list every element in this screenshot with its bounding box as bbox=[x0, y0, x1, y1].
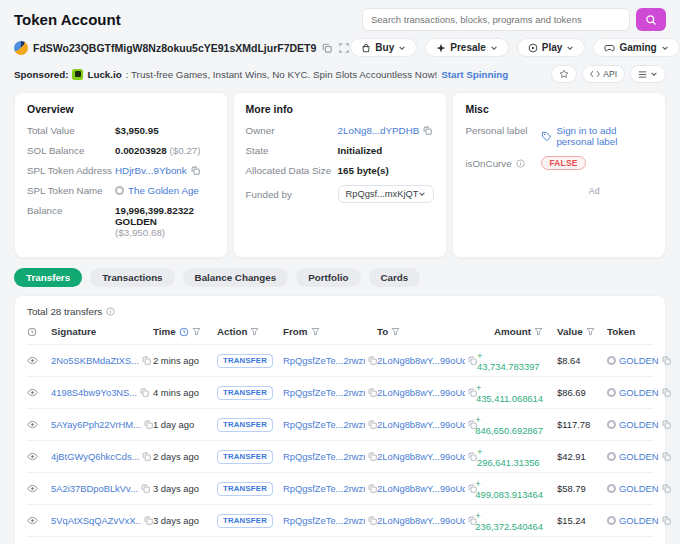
copy-icon[interactable] bbox=[368, 388, 377, 397]
copy-icon[interactable] bbox=[141, 484, 150, 493]
signature-link[interactable]: 5VqAtXSqQAZvVxX... bbox=[51, 515, 141, 526]
copy-icon[interactable] bbox=[368, 516, 377, 525]
from-link[interactable]: RpQgsfZeTe...2rwzmxKjQT bbox=[283, 387, 365, 398]
spl-token-address-link[interactable]: HDjrBv...9Ybonk bbox=[115, 165, 187, 176]
filter-icon[interactable] bbox=[311, 327, 320, 336]
owner-link[interactable]: 2LoNg8...dYPDHB bbox=[338, 125, 420, 136]
copy-icon[interactable] bbox=[662, 452, 671, 461]
search-bar bbox=[362, 8, 666, 31]
play-button[interactable]: Play bbox=[517, 38, 586, 57]
copy-icon[interactable] bbox=[423, 126, 432, 135]
filter-icon[interactable] bbox=[391, 327, 400, 336]
favorite-button[interactable] bbox=[551, 65, 577, 83]
preview-eye-button[interactable] bbox=[27, 355, 51, 366]
sponsored-label: Sponsored: bbox=[14, 69, 68, 80]
copy-icon[interactable] bbox=[662, 356, 671, 365]
copy-icon[interactable] bbox=[662, 388, 671, 397]
token-link[interactable]: GOLDEN bbox=[619, 483, 659, 494]
filter-icon[interactable] bbox=[586, 327, 595, 336]
isoncurve-label: isOnCurve bbox=[465, 158, 511, 169]
copy-icon[interactable] bbox=[662, 516, 671, 525]
copy-icon[interactable] bbox=[140, 388, 149, 397]
tab-balance-changes[interactable]: Balance Changes bbox=[183, 268, 289, 287]
copy-icon[interactable] bbox=[468, 356, 477, 365]
from-link[interactable]: RpQgsfZeTe...2rwzmxKjQT bbox=[283, 483, 365, 494]
to-link[interactable]: 2LoNg8b8wY...99oUdYPDHB bbox=[377, 515, 465, 526]
to-link[interactable]: 2LoNg8b8wY...99oUdYPDHB bbox=[377, 451, 465, 462]
copy-icon[interactable] bbox=[662, 420, 671, 429]
copy-icon[interactable] bbox=[662, 484, 671, 493]
buy-icon bbox=[361, 43, 371, 53]
token-coin-icon bbox=[607, 388, 616, 397]
token-link[interactable]: GOLDEN bbox=[619, 451, 659, 462]
token-coin-icon bbox=[607, 484, 616, 493]
tab-transactions[interactable]: Transactions bbox=[90, 268, 174, 287]
sign-in-link[interactable]: Sign in to add personal label bbox=[556, 125, 653, 147]
gaming-button[interactable]: Gaming bbox=[593, 38, 679, 57]
clock-icon[interactable] bbox=[179, 327, 189, 337]
search-input[interactable] bbox=[362, 8, 630, 31]
copy-address-button[interactable] bbox=[321, 43, 333, 53]
signature-link[interactable]: 4198S4bw9Yo3NS... bbox=[51, 387, 137, 398]
token-cell: GOLDEN bbox=[605, 483, 653, 494]
token-cell: GOLDEN bbox=[605, 387, 653, 398]
copy-icon[interactable] bbox=[144, 420, 153, 429]
buy-button[interactable]: Buy bbox=[350, 38, 417, 57]
token-link[interactable]: GOLDEN bbox=[619, 387, 659, 398]
signature-link[interactable]: 5AYay6Pph22VrHM... bbox=[51, 419, 141, 430]
funded-by-select[interactable]: RpQgsf...mxKjQT bbox=[338, 185, 435, 203]
preview-eye-button[interactable] bbox=[27, 515, 51, 526]
copy-icon[interactable] bbox=[368, 420, 377, 429]
search-button[interactable] bbox=[636, 8, 666, 31]
spl-token-name-link[interactable]: The Golden Age bbox=[128, 185, 199, 196]
qr-code-button[interactable] bbox=[338, 43, 350, 53]
filter-icon[interactable] bbox=[534, 327, 543, 336]
to-link[interactable]: 2LoNg8b8wY...99oUdYPDHB bbox=[377, 419, 465, 430]
from-link[interactable]: RpQgsfZeTe...2rwzmxKjQT bbox=[283, 355, 365, 366]
token-link[interactable]: GOLDEN bbox=[619, 355, 659, 366]
preview-eye-button[interactable] bbox=[27, 419, 51, 430]
copy-icon[interactable] bbox=[142, 356, 151, 365]
copy-icon[interactable] bbox=[144, 516, 153, 525]
token-link[interactable]: GOLDEN bbox=[619, 419, 659, 430]
signature-link[interactable]: 4jBtGWyQ6hkcCds... bbox=[51, 451, 139, 462]
copy-icon[interactable] bbox=[142, 452, 151, 461]
sol-balance-label: SOL Balance bbox=[27, 145, 115, 156]
from-cell: RpQgsfZeTe...2rwzmxKjQT bbox=[283, 451, 377, 462]
to-link[interactable]: 2LoNg8b8wY...99oUdYPDHB bbox=[377, 355, 465, 366]
preview-eye-button[interactable] bbox=[27, 451, 51, 462]
tab-transfers[interactable]: Transfers bbox=[14, 268, 82, 287]
token-link[interactable]: GOLDEN bbox=[619, 515, 659, 526]
signature-link[interactable]: 2No5SKBMdaZtXS... bbox=[51, 355, 139, 366]
preview-eye-button[interactable] bbox=[27, 483, 51, 494]
to-cell: 2LoNg8b8wY...99oUdYPDHB bbox=[377, 515, 477, 526]
copy-icon[interactable] bbox=[368, 484, 377, 493]
funded-by-value: RpQgsf...mxKjQT bbox=[346, 189, 419, 199]
to-link[interactable]: 2LoNg8b8wY...99oUdYPDHB bbox=[377, 483, 465, 494]
filter-icon[interactable] bbox=[250, 327, 259, 336]
presale-button[interactable]: Presale bbox=[425, 38, 509, 57]
from-link[interactable]: RpQgsfZeTe...2rwzmxKjQT bbox=[283, 451, 365, 462]
from-link[interactable]: RpQgsfZeTe...2rwzmxKjQT bbox=[283, 515, 365, 526]
preview-eye-button[interactable] bbox=[27, 387, 51, 398]
filter-icon[interactable] bbox=[192, 327, 201, 336]
copy-icon[interactable] bbox=[191, 166, 200, 175]
token-cell: GOLDEN bbox=[605, 515, 653, 526]
code-icon bbox=[590, 70, 600, 78]
menu-button[interactable] bbox=[630, 65, 666, 83]
signature-link[interactable]: 5A2i37BDpoBLkVv... bbox=[51, 483, 138, 494]
action-badge: TRANSFER bbox=[217, 450, 273, 464]
copy-icon[interactable] bbox=[468, 452, 477, 461]
chevron-down-icon bbox=[398, 44, 406, 52]
to-link[interactable]: 2LoNg8b8wY...99oUdYPDHB bbox=[377, 387, 465, 398]
amount-cell: + 846,650.692867 bbox=[477, 414, 549, 436]
tab-portfolio[interactable]: Portfolio bbox=[296, 268, 360, 287]
from-link[interactable]: RpQgsfZeTe...2rwzmxKjQT bbox=[283, 419, 365, 430]
tab-cards[interactable]: Cards bbox=[369, 268, 421, 287]
api-button[interactable]: API bbox=[582, 65, 625, 83]
data-size-label: Allocated Data Size bbox=[246, 165, 338, 176]
copy-icon[interactable] bbox=[368, 356, 377, 365]
time-toggle-icon[interactable] bbox=[27, 327, 51, 337]
copy-icon[interactable] bbox=[368, 452, 377, 461]
sponsored-cta-link[interactable]: Start Spinning bbox=[441, 69, 508, 80]
